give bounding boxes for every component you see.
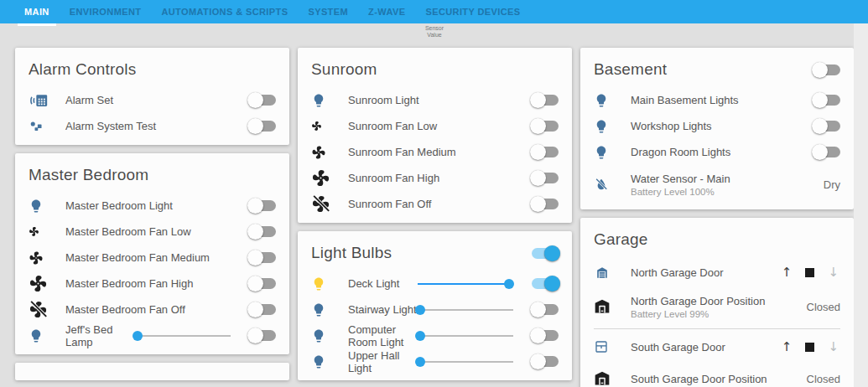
- entity-row-master-bedroom-fan-medium: Master Bedroom Fan Medium: [15, 245, 289, 271]
- entity-name: Jeff's Bed Lamp: [65, 323, 135, 348]
- group-toggle-switch[interactable]: [813, 64, 840, 75]
- window-shutter-icon: [594, 339, 609, 354]
- entity-row-workshop-lights: Workshop Lights: [580, 113, 854, 139]
- entity-name: Workshop Lights: [631, 120, 712, 132]
- lightbulb-icon: [29, 199, 44, 214]
- entity-name: Master Bedroom Fan Off: [65, 303, 185, 316]
- slider-thumb[interactable]: [133, 331, 143, 341]
- entity-row-upper-hall-light: Upper Hall Light: [298, 348, 572, 374]
- lightbulb-icon: [311, 302, 326, 317]
- entity-row-master-bedroom-light: Master Bedroom Light: [15, 193, 289, 219]
- garage-icon: [594, 264, 611, 281]
- toggle-switch[interactable]: [532, 95, 559, 106]
- entity-row-dragon-room-lights: Dragon Room Lights: [580, 139, 854, 165]
- entity-row-north-garage-door-position: North Garage Door Position Battery Level…: [580, 287, 854, 326]
- entity-row-water-sensor-main: Water Sensor - Main Battery Level 100% D…: [580, 165, 854, 204]
- fan-icon: [29, 226, 39, 237]
- toggle-switch[interactable]: [532, 199, 559, 209]
- toggle-switch[interactable]: [532, 147, 559, 157]
- water-off-icon: [594, 177, 609, 192]
- cover-close-button[interactable]: ↓: [828, 341, 839, 353]
- toggle-switch[interactable]: [249, 121, 276, 132]
- fan-icon: [311, 168, 330, 188]
- sensor-state-value: Closed: [807, 373, 840, 385]
- toggle-switch[interactable]: [813, 121, 840, 132]
- toggle-switch[interactable]: [813, 95, 840, 106]
- toggle-switch[interactable]: [249, 278, 276, 289]
- toggle-switch[interactable]: [532, 304, 559, 315]
- card-title: Sunroom: [311, 60, 559, 79]
- brightness-slider[interactable]: [418, 361, 513, 363]
- entity-row-sunroom-fan-low: Sunroom Fan Low: [298, 113, 572, 139]
- entity-name: Main Basement Lights: [631, 94, 739, 106]
- toggle-switch[interactable]: [532, 173, 559, 183]
- battery-level-text: Battery Level 99%: [631, 309, 765, 319]
- toggle-switch[interactable]: [249, 304, 276, 315]
- lightbulb-icon: [594, 119, 609, 134]
- entity-name: Sunroom Light: [348, 94, 419, 106]
- cover-close-button[interactable]: ↓: [828, 266, 839, 279]
- entity-row-sunroom-light: Sunroom Light: [298, 87, 572, 113]
- tab-security-devices[interactable]: SECURITY DEVICES: [417, 0, 528, 23]
- tab-main[interactable]: MAIN: [16, 0, 58, 23]
- card-garage: Garage North Garage Door ↑ ↓ North Garag…: [580, 218, 854, 387]
- entity-row-master-bedroom-fan-off: Master Bedroom Fan Off: [15, 297, 289, 322]
- entity-name: Alarm System Test: [65, 120, 156, 132]
- lightbulb-icon: [29, 328, 44, 343]
- brightness-slider[interactable]: [135, 335, 231, 337]
- brightness-slider[interactable]: [418, 335, 513, 337]
- slider-thumb[interactable]: [504, 279, 514, 289]
- card-title: Garage: [594, 230, 840, 249]
- tab-environment[interactable]: ENVIRONMENT: [61, 0, 150, 23]
- entity-row-south-garage-door-position: South Garage Door Position Closed: [580, 362, 854, 387]
- toggle-switch[interactable]: [249, 226, 276, 237]
- entity-row-alarm-set: Alarm Set: [15, 87, 289, 113]
- fan-icon: [29, 274, 48, 293]
- entity-row-north-garage-door: North Garage Door ↑ ↓: [580, 257, 854, 287]
- slider-thumb[interactable]: [415, 331, 425, 341]
- card-title: Light Bulbs: [311, 244, 532, 262]
- entity-name: Computer Room Light: [348, 323, 418, 348]
- toggle-switch[interactable]: [532, 278, 559, 289]
- entity-name: Master Bedroom Fan Medium: [65, 251, 210, 264]
- slider-thumb[interactable]: [415, 357, 425, 367]
- tab-zwave[interactable]: Z-WAVE: [360, 0, 413, 23]
- toggle-switch[interactable]: [532, 330, 559, 341]
- entity-name: Dragon Room Lights: [631, 146, 730, 158]
- lightbulb-icon: [311, 354, 326, 369]
- toggle-switch[interactable]: [532, 121, 559, 132]
- cover-open-button[interactable]: ↑: [782, 266, 793, 279]
- toggle-switch[interactable]: [249, 330, 276, 341]
- entity-row-master-bedroom-fan-high: Master Bedroom Fan High: [15, 271, 289, 297]
- slider-thumb[interactable]: [415, 305, 425, 315]
- entity-row-alarm-system-test: Alarm System Test: [15, 113, 289, 139]
- brightness-slider[interactable]: [418, 283, 513, 285]
- entity-name: Sunroom Fan Medium: [348, 146, 456, 158]
- card-sunroom: Sunroom Sunroom Light Sunroom Fan Low Su…: [298, 48, 572, 223]
- column-1: Alarm Controls Alarm Set Alarm System Te…: [15, 48, 289, 380]
- fan-icon: [311, 121, 322, 132]
- entity-row-stairway-light: Stairway Light: [298, 297, 572, 322]
- toggle-switch[interactable]: [249, 252, 276, 263]
- tab-automations-scripts[interactable]: AUTOMATIONS & SCRIPTS: [153, 0, 296, 23]
- toggle-switch[interactable]: [813, 147, 840, 157]
- entity-name: Upper Hall Light: [348, 349, 418, 374]
- brightness-slider[interactable]: [418, 309, 513, 311]
- toggle-switch[interactable]: [249, 200, 276, 211]
- toggle-switch[interactable]: [249, 95, 276, 106]
- card-title: Master Bedroom: [29, 166, 276, 184]
- entity-row-jeffs-bed-lamp: Jeff's Bed Lamp: [15, 322, 289, 348]
- entity-name: Stairway Light: [348, 303, 417, 316]
- cover-open-button[interactable]: ↑: [782, 341, 793, 353]
- battery-level-text: Battery Level 100%: [631, 187, 730, 197]
- column-3: Basement Main Basement Lights Workshop L…: [580, 48, 854, 387]
- lightbulb-icon: [594, 93, 609, 108]
- toggle-switch[interactable]: [532, 356, 559, 367]
- group-toggle-switch[interactable]: [532, 248, 559, 259]
- tab-system[interactable]: SYSTEM: [299, 0, 356, 23]
- cover-stop-button[interactable]: [805, 268, 814, 277]
- cover-stop-button[interactable]: [805, 343, 814, 352]
- entity-name: North Garage Door: [631, 266, 724, 279]
- entity-row-sunroom-fan-high: Sunroom Fan High: [298, 165, 572, 191]
- entity-name: South Garage Door Position: [631, 373, 767, 385]
